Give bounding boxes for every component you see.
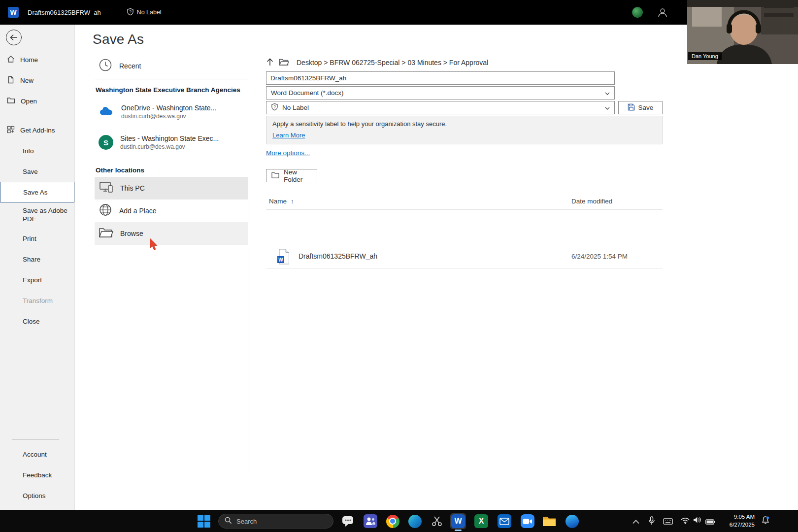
sidebar-item-feedback[interactable]: Feedback — [0, 465, 74, 485]
tray-battery-icon[interactable] — [705, 518, 715, 527]
place-label: Browse — [120, 230, 143, 237]
file-list-item[interactable]: W Draftsm061325BFRW_ah 6/24/2025 1:54 PM — [266, 244, 663, 269]
place-add-a-place[interactable]: Add a Place — [95, 200, 248, 222]
place-recent[interactable]: Recent — [95, 55, 248, 77]
place-onedrive[interactable]: OneDrive - Washington State... dustin.cu… — [95, 97, 248, 127]
place-email: dustin.curb@des.wa.gov — [121, 113, 216, 120]
edge-icon[interactable] — [407, 513, 423, 529]
browse-folder-icon — [99, 227, 113, 240]
globe-icon — [99, 203, 112, 219]
participant-name-label: Dan Young — [688, 52, 722, 60]
column-date-modified[interactable]: Date modified — [571, 198, 612, 205]
file-name: Draftsm061325BFRW_ah — [299, 252, 377, 260]
sidebar-item-save[interactable]: Save — [0, 161, 74, 182]
save-button[interactable]: Save — [618, 101, 663, 114]
org-section-header: Washington State Executive Branch Agenci… — [96, 86, 248, 94]
up-one-level-icon[interactable] — [266, 58, 274, 68]
teams-icon[interactable] — [363, 513, 378, 529]
search-icon — [225, 517, 232, 526]
sidebar-item-account[interactable]: Account — [0, 444, 74, 465]
tray-volume-icon[interactable] — [693, 516, 701, 526]
sensitivity-dropdown[interactable]: ? No Label — [266, 101, 615, 114]
zoom-icon[interactable] — [520, 513, 535, 529]
tray-chevron-up-icon[interactable] — [632, 517, 639, 526]
place-browse[interactable]: Browse — [95, 222, 248, 245]
sidebar-item-options[interactable]: Options — [0, 485, 74, 506]
place-sites[interactable]: S Sites - Washington State Exec... dusti… — [95, 127, 248, 158]
sidebar-item-print[interactable]: Print — [0, 228, 74, 249]
sidebar-item-save-as-adobe-pdf[interactable]: Save as Adobe PDF — [0, 202, 74, 228]
sidebar-divider — [12, 439, 59, 440]
excel-icon[interactable]: X — [473, 513, 489, 529]
sidebar-item-label: Share — [23, 256, 40, 263]
tray-wifi-icon[interactable] — [681, 517, 690, 526]
taskbar-search[interactable] — [218, 514, 333, 529]
new-folder-label: New Folder — [284, 168, 312, 183]
svg-text:W: W — [278, 257, 283, 263]
filetype-value: Word Document (*.docx) — [271, 89, 344, 97]
place-this-pc[interactable]: This PC — [95, 177, 248, 200]
browser-icon[interactable] — [564, 513, 580, 529]
word-taskbar-icon[interactable]: W — [450, 513, 466, 529]
filetype-dropdown[interactable]: Word Document (*.docx) — [266, 86, 615, 100]
sidebar-item-transform: Transform — [0, 290, 74, 311]
tray-keyboard-icon[interactable] — [663, 518, 673, 527]
taskbar-clock[interactable]: 9:05 AM 6/27/2025 — [718, 513, 755, 529]
place-email: dustin.curb@des.wa.gov — [120, 143, 219, 150]
breadcrumb-path[interactable]: Desktop > BFRW 062725-Special > 03 Minut… — [297, 59, 488, 66]
org-logo-icon[interactable] — [632, 7, 643, 18]
back-button[interactable] — [6, 30, 22, 45]
place-label: Add a Place — [119, 207, 157, 215]
sidebar-item-info[interactable]: Info — [0, 140, 74, 161]
sidebar-item-close[interactable]: Close — [0, 311, 74, 332]
notification-bell-icon[interactable] — [761, 516, 770, 527]
save-disk-icon — [628, 103, 635, 112]
tray-microphone-icon[interactable] — [648, 516, 655, 527]
search-input[interactable] — [236, 518, 315, 525]
place-label: Recent — [119, 62, 141, 70]
save-button-label: Save — [638, 104, 654, 111]
sidebar-item-home[interactable]: Home — [0, 49, 74, 70]
chrome-icon[interactable] — [385, 513, 400, 529]
start-button-icon[interactable] — [198, 515, 210, 528]
clock-icon — [99, 58, 112, 74]
titlebar-sensitivity[interactable]: ? No Label — [127, 8, 162, 17]
sidebar-item-open[interactable]: Open — [0, 91, 74, 111]
sidebar-item-label: Save — [23, 168, 38, 175]
place-label: OneDrive - Washington State... — [121, 104, 216, 112]
sensitivity-note: Apply a sensitivity label to help your o… — [272, 120, 656, 128]
learn-more-link[interactable]: Learn More — [272, 132, 305, 139]
sidebar-item-label: Transform — [23, 297, 53, 304]
sidebar-item-get-addins[interactable]: Get Add-ins — [0, 120, 74, 140]
sidebar-item-label: Save as Adobe PDF — [23, 207, 69, 224]
sidebar-item-save-as[interactable]: Save As — [0, 182, 74, 202]
new-folder-button[interactable]: New Folder — [266, 169, 317, 182]
file-explorer-icon[interactable] — [541, 513, 557, 529]
clock-date: 6/27/2025 — [718, 521, 755, 529]
place-label: Sites - Washington State Exec... — [120, 134, 219, 142]
places-divider — [95, 79, 248, 79]
sensitivity-row: ? No Label Save — [266, 101, 663, 114]
place-label: This PC — [120, 184, 145, 192]
chat-icon[interactable] — [340, 513, 356, 529]
outlook-icon[interactable] — [497, 513, 512, 529]
snipping-tool-icon[interactable] — [429, 513, 445, 529]
arrow-left-icon — [10, 34, 18, 41]
sidebar-item-share[interactable]: Share — [0, 249, 74, 269]
sidebar-item-new[interactable]: New — [0, 70, 74, 91]
filename-input[interactable] — [266, 71, 615, 85]
sidebar-item-export[interactable]: Export — [0, 269, 74, 290]
sidebar-item-label: Info — [23, 147, 34, 155]
new-folder-icon — [271, 172, 279, 180]
sidebar-item-label: Export — [23, 276, 42, 284]
sidebar-item-label: Account — [23, 451, 47, 458]
page-title: Save As — [93, 32, 144, 47]
sidebar-gap — [0, 111, 74, 120]
account-icon[interactable] — [657, 7, 668, 20]
other-locations-header: Other locations — [96, 166, 248, 174]
sidebar-bottom-pad — [0, 506, 74, 510]
file-list-header: Name ↑ Date modified — [266, 194, 663, 210]
more-options-link[interactable]: More options... — [266, 149, 310, 157]
column-name[interactable]: Name ↑ — [269, 198, 294, 205]
addins-grid-icon — [7, 126, 15, 135]
